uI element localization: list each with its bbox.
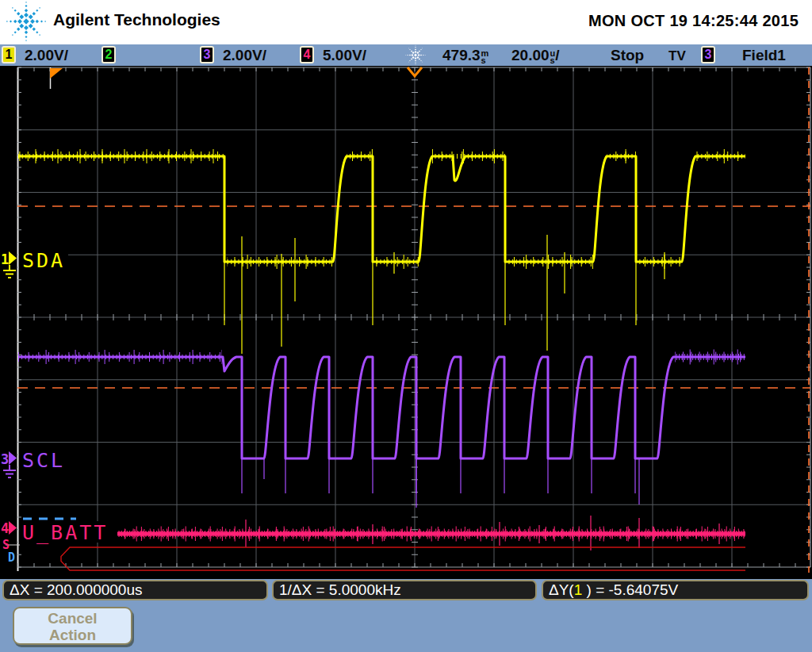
measurement-bar: ΔX = 200.000000us 1/ΔX = 5.0000kHz ΔY(1 … xyxy=(0,579,812,652)
cancel-action-line2: Action xyxy=(14,627,131,643)
oscilloscope-screen: Agilent Technologies MON OCT 19 14:25:44… xyxy=(0,0,812,652)
trigger-mode: Field1 xyxy=(742,47,786,64)
channel-3-scale: 2.00V/ xyxy=(223,47,266,64)
delay-readout: 479.3ms xyxy=(442,47,488,64)
header: Agilent Technologies MON OCT 19 14:25:44… xyxy=(0,0,812,44)
channel-1-badge: 1 xyxy=(2,46,16,63)
delta-y-source: 1 xyxy=(574,581,583,598)
channel-4-badge: 4 xyxy=(300,46,314,63)
waveform-display-area xyxy=(0,66,812,579)
trigger-source-badge: 3 xyxy=(701,46,715,63)
datetime: MON OCT 19 14:25:44 2015 xyxy=(588,12,799,30)
timebase-readout: 20.00us/ xyxy=(511,47,560,64)
agilent-spark-logo xyxy=(2,0,50,44)
cancel-action-button[interactable]: Cancel Action xyxy=(13,607,132,645)
channel-3-badge: 3 xyxy=(200,46,214,63)
channel-1-scale: 2.00V/ xyxy=(25,47,68,64)
delta-x-readout: ΔX = 200.000000us xyxy=(2,580,268,600)
brand-text: Agilent Technologies xyxy=(53,10,220,29)
inv-delta-x-readout: 1/ΔX = 5.0000kHz xyxy=(272,580,537,600)
channel-2-badge: 2 xyxy=(102,46,116,63)
cancel-action-line1: Cancel xyxy=(14,610,131,627)
channel-4-scale: 5.00V/ xyxy=(323,47,366,64)
run-state: Stop xyxy=(611,47,644,64)
status-bar: 1 2.00V/ 2 3 2.00V/ 4 5.00V/ 479.3ms 20.… xyxy=(0,44,812,66)
delta-y-readout: ΔY(1 ) = -5.64075V xyxy=(542,580,809,600)
trigger-spark-icon xyxy=(399,44,432,66)
trigger-type: TV xyxy=(668,48,686,64)
